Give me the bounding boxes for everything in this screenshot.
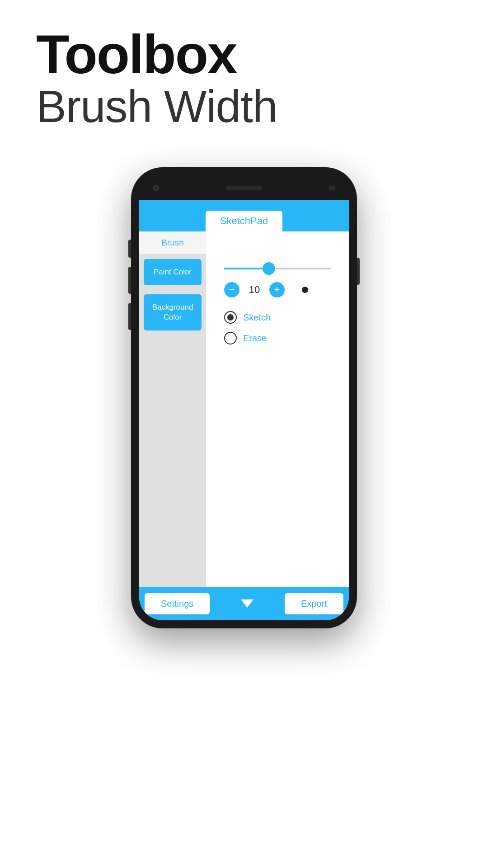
radio-section: Sketch Erase bbox=[220, 307, 335, 349]
page-header: Toolbox Brush Width bbox=[0, 0, 488, 149]
slider-section: − 10 + bbox=[220, 268, 335, 297]
app-bar-title-tab: SketchPad bbox=[206, 211, 282, 231]
bottom-bar: Settings Export bbox=[139, 587, 349, 620]
phone-notch bbox=[139, 175, 349, 200]
slider-thumb[interactable] bbox=[263, 262, 275, 275]
main-panel: − 10 + Sketch bbox=[206, 231, 349, 587]
chevron-down-icon bbox=[241, 599, 253, 608]
phone-screen: SketchPad Brush Paint Color Background C… bbox=[139, 199, 349, 620]
radio-erase-outer bbox=[224, 332, 237, 344]
decrement-button[interactable]: − bbox=[224, 282, 239, 297]
increment-button[interactable]: + bbox=[269, 282, 285, 297]
phone-frame: SketchPad Brush Paint Color Background C… bbox=[131, 167, 357, 628]
background-color-button[interactable]: Background Color bbox=[144, 294, 202, 330]
power-button bbox=[357, 258, 360, 285]
brush-width-value: 10 bbox=[248, 284, 261, 296]
sidebar: Brush Paint Color Background Color bbox=[139, 231, 206, 587]
page-title-sub: Brush Width bbox=[36, 81, 452, 131]
volume-down-button bbox=[128, 303, 131, 330]
volume-up-button bbox=[128, 267, 131, 294]
page-title-main: Toolbox bbox=[36, 27, 452, 81]
settings-button[interactable]: Settings bbox=[145, 593, 210, 614]
phone-speaker bbox=[226, 186, 262, 190]
phone-sensor bbox=[329, 186, 335, 190]
radio-sketch-inner bbox=[227, 314, 234, 321]
radio-sketch-label: Sketch bbox=[243, 312, 271, 323]
slider-track bbox=[224, 268, 331, 269]
export-button[interactable]: Export bbox=[285, 593, 343, 614]
phone-wrapper: SketchPad Brush Paint Color Background C… bbox=[131, 167, 357, 628]
sidebar-brush-label: Brush bbox=[139, 231, 206, 255]
paint-color-button[interactable]: Paint Color bbox=[144, 259, 202, 285]
volume-mute-button bbox=[128, 240, 131, 258]
chevron-down-button[interactable] bbox=[237, 594, 257, 613]
value-controls: − 10 + bbox=[220, 282, 335, 297]
brush-preview-dot bbox=[302, 287, 308, 293]
front-camera bbox=[153, 185, 159, 191]
app-content: Brush Paint Color Background Color bbox=[139, 231, 349, 587]
radio-erase[interactable]: Erase bbox=[224, 332, 331, 344]
app-bar: SketchPad bbox=[139, 199, 349, 231]
radio-sketch[interactable]: Sketch bbox=[224, 311, 331, 324]
radio-erase-label: Erase bbox=[243, 333, 267, 344]
brush-width-slider[interactable] bbox=[220, 268, 335, 269]
radio-sketch-outer bbox=[224, 311, 237, 324]
